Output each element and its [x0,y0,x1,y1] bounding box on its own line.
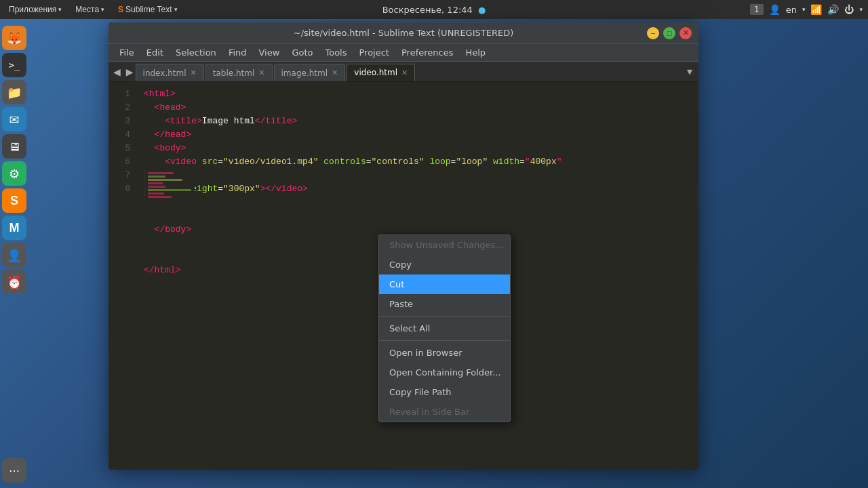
apps-label: Приложения [9,5,56,14]
firefox-icon[interactable]: 🦊 [2,26,26,50]
code-line-1: <html> [144,87,690,101]
menu-project[interactable]: Project [353,46,394,59]
monitor-icon[interactable]: 🖥 [2,134,26,159]
sublime-dropdown-arrow: ▾ [174,6,178,13]
menu-file[interactable]: File [114,46,140,59]
people-icon[interactable]: 👤 [2,243,26,267]
system-bar: Приложения ▾ Места ▾ S Sublime Text ▾ Во… [0,0,868,19]
ctx-open-browser[interactable]: Open in Browser [379,343,510,363]
ctx-open-folder[interactable]: Open Containing Folder... [379,363,510,382]
sublime-menu-button[interactable]: S Sublime Text ▾ [115,3,181,16]
settings-icon[interactable]: ⚙ [2,161,26,186]
code-line-3: <title>Image html</title> [144,115,690,128]
menu-preferences[interactable]: Preferences [396,46,458,59]
lang-label[interactable]: en [786,5,797,15]
ctx-copy-path[interactable]: Copy File Path [379,382,510,402]
places-menu-button[interactable]: Места ▾ [72,3,108,16]
desktop: 🦊 >_ 📁 ✉ 🖥 ⚙ S M 👤 ⏰ ⋯ [0,19,868,488]
tab-close-table[interactable]: ✕ [258,68,264,77]
sys-dropdown: ▾ [859,6,863,13]
menu-view[interactable]: View [254,46,285,59]
tab-bar: ◀ ▶ index.html ✕ table.html ✕ image.html… [108,62,698,82]
menu-tools[interactable]: Tools [319,46,352,59]
system-bar-center: Воскресенье, 12:44 ● [382,5,486,15]
minimize-button[interactable]: − [647,27,659,39]
code-line-5: <body> [144,142,690,155]
close-button[interactable]: ✕ [679,27,692,39]
tab-prev-button[interactable]: ◀ [111,66,123,77]
sublime-label: Sublime Text [125,5,172,14]
system-bar-left: Приложения ▾ Места ▾ S Sublime Text ▾ [5,3,181,16]
maximize-button[interactable]: □ [663,27,675,39]
menu-find[interactable]: Find [223,46,252,59]
m-icon[interactable]: M [2,216,26,240]
tab-video-html[interactable]: video.html ✕ [347,64,415,81]
tab-nav: ◀ ▶ [111,66,136,77]
window-controls: − □ ✕ [647,27,692,39]
clock-icon[interactable]: ⏰ [2,270,26,294]
tab-next-button[interactable]: ▶ [124,66,136,77]
code-line-6: <video src="video/video1.mp4" controls="… [144,155,690,169]
ctx-paste[interactable]: Paste [379,294,510,314]
ctx-show-unsaved[interactable]: Show Unsaved Changes... [379,235,510,255]
ctx-reveal-sidebar[interactable]: Reveal in Side Bar [379,402,510,422]
places-dropdown-arrow: ▾ [101,6,104,13]
files-icon[interactable]: 📁 [2,80,26,104]
places-label: Места [75,5,99,14]
sublime-logo: S [118,5,123,14]
menu-selection[interactable]: Selection [170,46,222,59]
network-icon: 👤 [769,4,781,15]
sublime-icon[interactable]: S [2,188,26,213]
code-line-2: <head> [144,101,690,115]
context-menu: Show Unsaved Changes... Copy Cut Paste S… [378,235,511,422]
code-line-6b: height="300px"></video> [144,182,690,196]
apps-menu-button[interactable]: Приложения ▾ [5,3,65,16]
ctx-copy[interactable]: Copy [379,255,510,274]
notification-dot: ● [478,5,486,15]
menu-edit[interactable]: Edit [141,46,169,59]
tab-close-video[interactable]: ✕ [401,68,408,77]
ctx-select-all[interactable]: Select All [379,319,510,338]
tab-overflow-button[interactable]: ▾ [684,65,696,78]
window-title: ~/site/video.html - Sublime Text (UNREGI… [294,28,514,38]
tab-table-html[interactable]: table.html ✕ [205,64,273,81]
menu-help[interactable]: Help [460,46,491,59]
minimap [144,169,195,203]
menu-bar: File Edit Selection Find View Goto Tools… [108,44,698,62]
tab-index-html[interactable]: index.html ✕ [136,64,204,81]
lang-dropdown: ▾ [802,6,806,13]
workspace-indicator[interactable]: 1 [750,4,764,15]
power-icon: ⏻ [844,4,854,15]
ctx-separator-2 [379,340,510,341]
editor-window: ~/site/video.html - Sublime Text (UNREGI… [108,22,698,470]
mail-icon[interactable]: ✉ [2,107,26,131]
datetime-label: Воскресенье, 12:44 [382,5,473,15]
editor-area: 1 2 3 4 5 6 7 8 <html> <head> <title>Ima… [108,82,698,470]
volume-icon: 🔊 [827,4,839,15]
apps-dropdown-arrow: ▾ [58,6,62,13]
line-numbers: 1 2 3 4 5 6 7 8 [108,82,136,470]
system-bar-right: 1 👤 en ▾ 📶 🔊 ⏻ ▾ [750,4,863,15]
ctx-separator-1 [379,316,510,317]
apps-grid-icon[interactable]: ⋯ [2,458,26,483]
tab-close-index[interactable]: ✕ [191,68,197,77]
title-bar: ~/site/video.html - Sublime Text (UNREGI… [108,22,698,44]
tab-image-html[interactable]: image.html ✕ [274,64,346,81]
tab-close-image[interactable]: ✕ [332,68,338,77]
code-line-4: </head> [144,128,690,142]
terminal-icon[interactable]: >_ [2,53,26,77]
wifi-icon: 📶 [810,4,822,15]
menu-goto[interactable]: Goto [286,46,318,59]
ctx-cut[interactable]: Cut [379,274,510,294]
sidebar-icons: 🦊 >_ 📁 ✉ 🖥 ⚙ S M 👤 ⏰ ⋯ [0,19,28,488]
